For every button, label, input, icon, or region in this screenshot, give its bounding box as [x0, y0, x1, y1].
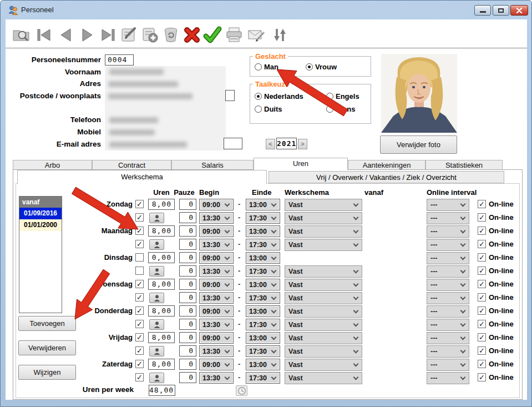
werkschema-select[interactable]: Vast [285, 359, 362, 371]
online-checkbox[interactable]: ✓ [478, 240, 486, 248]
begin-select[interactable]: 09:00 [199, 252, 234, 264]
online-checkbox[interactable]: ✓ [478, 200, 486, 208]
person-button[interactable] [149, 346, 164, 356]
online-interval-select[interactable]: --- [427, 292, 469, 304]
online-interval-select[interactable]: --- [427, 225, 469, 238]
werkschema-select[interactable]: Vast [285, 332, 362, 344]
pauze-field[interactable]: 0 [179, 319, 196, 330]
begin-select[interactable]: 09:00 [199, 279, 234, 290]
first-button[interactable] [34, 25, 55, 46]
tab-aantekeningen[interactable]: Aantekeningen [348, 160, 425, 170]
postcode-extra-field[interactable] [225, 90, 235, 101]
year-prev-button[interactable]: < [266, 139, 275, 149]
day-checkbox[interactable]: ✓ [135, 320, 144, 328]
werkschema-select[interactable]: Vast [285, 279, 362, 291]
einde-select[interactable]: 13:00 [246, 305, 280, 317]
werkschema-select[interactable]: Vast [285, 345, 362, 358]
online-checkbox[interactable]: ✓ [478, 360, 486, 368]
day-checkbox[interactable]: ✓ [135, 280, 144, 288]
pauze-field[interactable]: 0 [179, 225, 196, 237]
begin-select[interactable]: 13:30 [199, 212, 234, 224]
begin-select[interactable]: 09:00 [199, 225, 234, 237]
begin-select[interactable]: 13:30 [199, 292, 234, 304]
einde-select[interactable]: 13:00 [246, 332, 280, 344]
pauze-field[interactable]: 0 [179, 279, 196, 290]
person-button[interactable] [149, 239, 164, 250]
werkschema-select[interactable]: Vast [285, 239, 362, 251]
einde-select[interactable]: 13:00 [246, 225, 280, 237]
day-checkbox[interactable]: ✓ [135, 306, 144, 315]
tab-arbo[interactable]: Arbo [13, 160, 92, 170]
pauze-field[interactable]: 0 [179, 292, 196, 303]
einde-select[interactable]: 13:00 [246, 199, 280, 210]
pauze-field[interactable]: 0 [179, 345, 196, 356]
begin-select[interactable]: 13:30 [199, 319, 234, 330]
begin-select[interactable]: 13:30 [199, 372, 234, 384]
taalkeuze-option-duits[interactable]: Duits [255, 105, 282, 113]
add-button[interactable] [139, 25, 160, 46]
begin-select[interactable]: 13:30 [199, 345, 234, 357]
werkschema-select[interactable]: Vast [285, 319, 362, 331]
online-checkbox[interactable]: ✓ [478, 333, 486, 341]
begin-select[interactable]: 09:00 [199, 359, 234, 370]
begin-select[interactable]: 13:30 [199, 265, 234, 277]
day-checkbox[interactable] [135, 267, 144, 275]
pauze-field[interactable]: 0 [179, 252, 196, 263]
online-interval-select[interactable]: --- [427, 212, 469, 224]
subtab-vrij-overwerk[interactable]: Vrij / Overwerk / Vakanties / Ziek / Ove… [268, 171, 504, 183]
edit-button[interactable] [118, 25, 139, 46]
online-interval-select[interactable]: --- [427, 332, 469, 344]
werkschema-select[interactable]: Vast [285, 372, 362, 384]
day-checkbox[interactable]: ✓ [135, 346, 144, 355]
day-checkbox[interactable]: ✓ [135, 293, 144, 302]
day-checkbox[interactable]: ✓ [135, 200, 144, 208]
uren-field[interactable]: 8,00 [148, 199, 175, 210]
person-button[interactable] [149, 319, 164, 330]
tab-uren[interactable]: Uren [254, 158, 348, 170]
previous-button[interactable] [55, 25, 77, 46]
last-button[interactable] [97, 25, 118, 46]
clock-button[interactable] [236, 385, 247, 396]
online-checkbox[interactable]: ✓ [478, 227, 486, 235]
online-interval-select[interactable]: --- [427, 199, 469, 211]
online-interval-select[interactable]: --- [427, 252, 469, 264]
online-interval-select[interactable]: --- [427, 345, 469, 358]
person-button[interactable] [149, 266, 164, 277]
online-checkbox[interactable]: ✓ [478, 213, 486, 222]
einde-select[interactable]: 13:00 [246, 252, 280, 264]
begin-select[interactable]: 13:30 [199, 239, 234, 250]
restore-button[interactable] [493, 5, 509, 16]
delete-button[interactable] [160, 25, 181, 46]
online-checkbox[interactable]: ✓ [478, 280, 486, 288]
day-checkbox[interactable]: ✓ [135, 213, 144, 222]
online-interval-select[interactable]: --- [427, 279, 469, 291]
werkschema-select[interactable]: Vast [285, 265, 362, 278]
pauze-field[interactable]: 0 [179, 305, 196, 316]
werkschema-select[interactable]: Vast [285, 305, 362, 318]
day-checkbox[interactable] [135, 253, 144, 262]
online-checkbox[interactable]: ✓ [478, 346, 486, 355]
online-interval-select[interactable]: --- [427, 305, 469, 318]
year-next-button[interactable]: > [298, 139, 307, 149]
pauze-field[interactable]: 0 [179, 359, 196, 370]
online-interval-select[interactable]: --- [427, 359, 469, 371]
toevoegen-button[interactable]: Toevoegen [18, 316, 76, 331]
werkschema-select[interactable]: Vast [285, 225, 362, 238]
person-button[interactable] [149, 293, 164, 303]
minimize-button[interactable] [474, 5, 491, 16]
geslacht-option-vrouw[interactable]: Vrouw [306, 63, 337, 71]
day-checkbox[interactable]: ✓ [135, 373, 144, 381]
online-checkbox[interactable]: ✓ [478, 253, 486, 262]
email-extra-field[interactable] [224, 138, 242, 149]
werkschema-select[interactable]: Vast [285, 292, 362, 304]
year-field[interactable]: 2021 [276, 138, 297, 149]
online-interval-select[interactable]: --- [427, 372, 469, 384]
einde-select[interactable]: 17:30 [246, 212, 280, 224]
uren-field[interactable]: 8,00 [148, 359, 175, 370]
uren-field[interactable]: 0,00 [148, 252, 175, 263]
print-button[interactable] [224, 25, 245, 46]
einde-select[interactable]: 17:30 [246, 345, 280, 357]
cancel-button[interactable] [181, 25, 202, 46]
sort-button[interactable] [269, 25, 290, 46]
online-checkbox[interactable]: ✓ [478, 306, 486, 315]
